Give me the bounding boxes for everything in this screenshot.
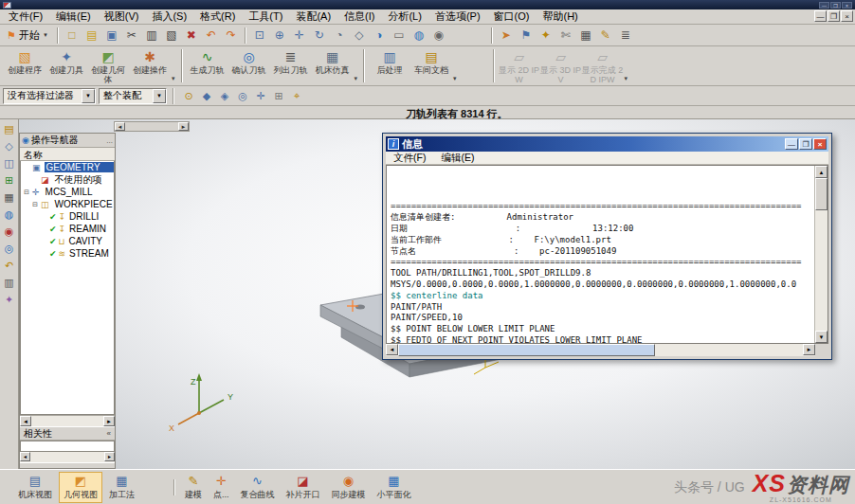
info-edit-menu[interactable]: 编辑(E) [433, 152, 482, 165]
dialog-close-button[interactable]: × [813, 138, 827, 150]
paste-button[interactable]: ▧ [162, 27, 181, 45]
postprocess-button[interactable]: ▥ 后处理 [369, 47, 410, 75]
scroll-left-icon[interactable]: ◄ [386, 344, 398, 355]
dialog-minimize-button[interactable]: — [785, 138, 798, 150]
point-button[interactable]: ✛ 点... [209, 472, 234, 503]
snap-endpoint-button[interactable]: ◆ [198, 88, 215, 104]
machine-tool-navigator-icon[interactable]: ▦ [1, 189, 18, 206]
grid-button[interactable]: ▦ [576, 27, 595, 45]
menu-format[interactable]: 格式(R) [193, 9, 242, 25]
assembly-navigator-icon[interactable]: ▤ [1, 121, 18, 137]
new-button[interactable]: □ [63, 27, 82, 45]
list-toolpath-button[interactable]: ≣ 列出刀轨 [270, 47, 312, 75]
navigator-horizontal-scrollbar[interactable]: ◄ ► [20, 415, 115, 426]
chevron-down-icon[interactable]: ▼ [153, 89, 166, 103]
menu-preferences[interactable]: 首选项(P) [428, 9, 487, 25]
tree-node-drilling[interactable]: ✔ ↧ DRILLI [21, 210, 114, 223]
tree-node-reaming[interactable]: ✔ ↧ REAMIN [21, 223, 114, 235]
snapshot-button[interactable]: ◉ [429, 27, 448, 45]
selection-filter-dropdown[interactable]: 没有选择过滤器 ▼ [3, 88, 96, 104]
undo-button[interactable]: ↶ [202, 27, 221, 45]
scroll-up-icon[interactable]: ▲ [815, 166, 828, 178]
menu-edit[interactable]: 编辑(E) [49, 9, 98, 25]
edit-button[interactable]: ✎ [596, 27, 615, 45]
zoom-button[interactable]: ⊕ [270, 27, 289, 45]
hd3d-tools-icon[interactable]: ◉ [1, 224, 18, 240]
window-restore-button[interactable]: ❐ [830, 2, 841, 9]
delete-button[interactable]: ✖ [182, 27, 201, 45]
create-program-button[interactable]: ▧ 创建程序 [4, 47, 45, 84]
flag-button[interactable]: ⚑ [517, 27, 536, 45]
toolbar-options-icon[interactable]: ▾ [625, 75, 628, 82]
scroll-left-icon[interactable]: ◄ [20, 452, 30, 461]
verify-toolpath-button[interactable]: ◎ 确认刀轨 [228, 47, 270, 75]
create-geometry-button[interactable]: ◩ 创建几何体 [87, 47, 129, 84]
panel-splitter[interactable]: ◄ ► [114, 121, 190, 132]
globe-button[interactable]: ◍ [409, 27, 428, 45]
scrollbar-thumb[interactable] [398, 344, 655, 356]
scrollbar-thumb[interactable] [815, 178, 828, 210]
shaded-view-button[interactable]: ◔ [330, 27, 349, 45]
scroll-right-icon[interactable]: ► [103, 416, 115, 426]
dialog-maximize-button[interactable]: ❐ [799, 138, 812, 150]
navigator-menu-icon[interactable]: ... [106, 136, 113, 145]
trim-button[interactable]: ✄ [556, 27, 575, 45]
dialog-horizontal-scrollbar[interactable]: ◄ ► [386, 344, 828, 356]
tree-node-mcs-mill[interactable]: ⊟ ✛ MCS_MILL [21, 186, 114, 198]
scroll-right-icon[interactable]: ► [178, 122, 189, 131]
scroll-right-icon[interactable]: ► [104, 452, 115, 461]
mdi-close-button[interactable]: × [841, 10, 853, 22]
pan-button[interactable]: ✛ [290, 27, 309, 45]
tree-expander-icon[interactable]: ⊟ [23, 189, 30, 196]
geometry-view-button[interactable]: ◩ 几何视图 [59, 472, 102, 503]
redo-button[interactable]: ↷ [222, 27, 241, 45]
dependencies-header[interactable]: 相关性 « [20, 426, 115, 441]
tree-node-cavity[interactable]: ✔ ⊔ CAVITY [21, 235, 114, 247]
snap-center-button[interactable]: ◎ [234, 88, 251, 104]
show-2d-ipw-button[interactable]: ▱ 显示 2D IPW [499, 47, 540, 84]
selection-scope-dropdown[interactable]: 整个装配 ▼ [99, 88, 167, 104]
show-3d-ipv-button[interactable]: ▱ 显示 3D IPV [540, 47, 582, 84]
window-minimize-button[interactable]: — [819, 2, 829, 9]
scroll-left-icon[interactable]: ◄ [115, 122, 125, 131]
snap-grid-button[interactable]: ⊞ [270, 88, 287, 104]
composite-curve-button[interactable]: ∿ 复合曲线 [236, 472, 280, 503]
mdi-restore-button[interactable]: ❐ [828, 10, 840, 22]
generate-toolpath-button[interactable]: ∿ 生成刀轨 [187, 47, 228, 75]
scroll-right-icon[interactable]: ► [803, 344, 815, 355]
web-browser-icon[interactable]: ◎ [1, 241, 18, 257]
navigator-column-header[interactable]: 名称 [20, 148, 115, 161]
toolbar-options-icon[interactable]: ▾ [172, 75, 175, 82]
render-style-dropdown[interactable]: ▭ [390, 27, 409, 45]
menu-information[interactable]: 信息(I) [337, 9, 381, 25]
menu-insert[interactable]: 插入(S) [145, 9, 193, 25]
dependencies-scrollbar[interactable]: ◄ ► [20, 452, 115, 462]
menu-assemblies[interactable]: 装配(A) [289, 9, 337, 25]
tree-node-unused-items[interactable]: ◪ 不使用的项 [21, 173, 114, 186]
menu-tools[interactable]: 工具(T) [242, 9, 289, 25]
mdi-minimize-button[interactable]: — [814, 10, 827, 22]
chevron-down-icon[interactable]: ▼ [82, 89, 95, 103]
operation-navigator-icon[interactable]: ⊞ [1, 172, 18, 189]
snap-intersection-button[interactable]: ✛ [252, 88, 269, 104]
start-menu-button[interactable]: ⚑ 开始 ▼ [2, 27, 53, 45]
machine-tool-view-button[interactable]: ▤ 机床视图 [13, 472, 57, 503]
shop-doc-button[interactable]: ▤ 车间文档 [410, 47, 452, 75]
scroll-down-icon[interactable]: ▼ [815, 331, 828, 343]
scroll-left-icon[interactable]: ◄ [20, 416, 31, 426]
patch-opening-button[interactable]: ◪ 补片开口 [282, 472, 325, 503]
machining-method-view-button[interactable]: ▦ 加工法 [104, 472, 139, 503]
tree-expander-icon[interactable]: ⊟ [31, 201, 39, 208]
list-button[interactable]: ≣ [616, 27, 635, 45]
tree-node-streamline[interactable]: ✔ ≋ STREAM [21, 247, 114, 260]
constraint-navigator-icon[interactable]: ◇ [1, 138, 18, 154]
menu-file[interactable]: 文件(F) [2, 9, 49, 25]
snap-midpoint-button[interactable]: ◈ [216, 88, 233, 104]
select-arrow-button[interactable]: ➤ [497, 27, 516, 45]
cut-button[interactable]: ✂ [122, 27, 141, 45]
wireframe-view-button[interactable]: ◇ [350, 27, 369, 45]
info-file-menu[interactable]: 文件(F) [386, 152, 433, 165]
resize-corner[interactable] [815, 344, 828, 356]
menu-help[interactable]: 帮助(H) [536, 9, 584, 25]
fit-view-button[interactable]: ⊡ [250, 27, 269, 45]
